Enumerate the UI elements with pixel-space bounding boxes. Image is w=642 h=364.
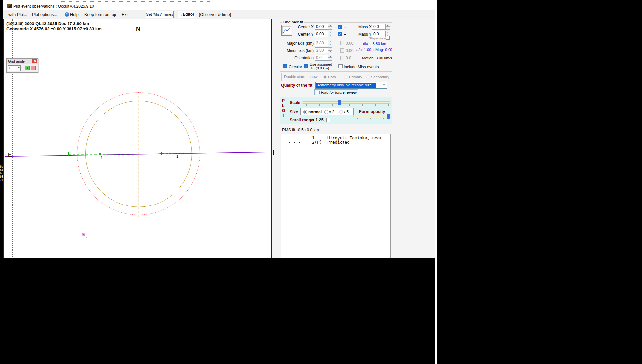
shape-model-checkbox[interactable] — [386, 36, 390, 40]
background-window-sliver — [3, 0, 435, 3]
menu-with-plot[interactable]: with Plot... — [8, 12, 27, 17]
spinner-up-icon[interactable]: ▲ — [328, 40, 332, 43]
flag-review-checkbox[interactable] — [316, 91, 320, 94]
minor-axis-alt-checkbox — [340, 48, 344, 53]
size-x2-label: x 2 — [329, 110, 334, 114]
legend-row-name: Predicted — [327, 140, 350, 145]
spinner-down-icon[interactable]: ▼ — [328, 43, 332, 46]
spinner-up-icon[interactable]: ▲ — [328, 55, 332, 58]
chevron-down-icon[interactable]: ▼ — [18, 67, 20, 69]
grid-angle-value: 0 — [9, 66, 11, 70]
edge-fragment: 68 — [0, 175, 3, 179]
orientation-spinner[interactable]: ▲▼ — [328, 55, 332, 61]
size-x2-radio[interactable] — [324, 110, 328, 114]
form-opacity-label: Form opacity — [359, 109, 385, 114]
spinner-up-icon[interactable]: ▲ — [328, 31, 332, 34]
grid-angle-plus-button[interactable]: + — [25, 66, 30, 70]
double-stars-both-label: Both — [328, 75, 336, 79]
spinner-down-icon[interactable]: ▼ — [328, 27, 332, 30]
east-line-end-tick — [273, 150, 274, 155]
mass-y-field[interactable]: 0.0 — [372, 31, 386, 37]
edge-fragment: 66 — [0, 172, 3, 175]
observer-1-line-sample — [284, 138, 309, 138]
mass-x-label: Mass X — [358, 25, 372, 29]
star-number-label: 2 — [85, 235, 87, 239]
major-axis-field[interactable]: 3.80 — [315, 40, 328, 46]
spinner-down-icon[interactable]: ▼ — [328, 50, 332, 53]
scale-slider-track[interactable] — [302, 101, 390, 104]
double-stars-primary-radio — [344, 75, 348, 79]
grid-angle-window: Grid angle ✕ 0 ▼ + − — [6, 58, 38, 73]
spinner-up-icon[interactable]: ▲ — [386, 24, 390, 27]
spinner-up-icon[interactable]: ▲ — [386, 31, 390, 34]
spinner-up-icon[interactable]: ▲ — [328, 47, 332, 50]
center-x-checkbox[interactable] — [338, 25, 342, 29]
spinner-down-icon[interactable]: ▼ — [386, 27, 390, 30]
quality-combobox[interactable]: Astrometry only. No reliable size ▼ — [315, 82, 387, 89]
window-title: Plot event observations : Occult v.4.202… — [13, 4, 94, 9]
plot-letter: L — [282, 103, 284, 108]
size-normal-radio[interactable] — [303, 110, 307, 114]
double-stars-secondary-radio — [366, 75, 370, 79]
set-miss-times-button[interactable]: Set 'Miss' Times — [146, 11, 174, 18]
left-edge-fragments: 6: 64 66 68 7( — [0, 165, 3, 182]
shape-model-label: Shape model — [369, 37, 387, 40]
double-stars-both-radio — [323, 75, 327, 79]
scale-slider-thumb[interactable] — [338, 100, 341, 105]
grid-angle-title: Grid angle — [8, 59, 25, 63]
scroll-range-checkbox[interactable] — [326, 118, 330, 122]
menu-exit[interactable]: Exit — [122, 12, 129, 17]
observer-track-line[interactable] — [5, 152, 271, 157]
major-axis-spinner[interactable]: ▲▼ — [328, 40, 332, 46]
size-options-box: normal x 2 x 5 — [300, 108, 354, 115]
close-icon[interactable]: ✕ — [32, 59, 37, 63]
plot-area: ✳ (191348) 2003 QL42 2025 Dec 17 3.80 km… — [3, 19, 272, 258]
green-chord-marker[interactable] — [99, 153, 101, 155]
legend-row[interactable]: 2(P) Predicted — [281, 139, 390, 143]
use-assumed-label-1: Use assumed — [310, 62, 332, 66]
scroll-range-value: x 1.25 — [312, 118, 324, 122]
edge-fragment: 6: — [0, 165, 3, 169]
observer-time-button[interactable]: {Observer & time} — [199, 12, 231, 17]
minor-axis-spinner[interactable]: ▲▼ — [328, 47, 332, 53]
grid-angle-minus-button[interactable]: − — [31, 66, 36, 70]
spinner-down-icon[interactable]: ▼ — [328, 34, 332, 37]
chevron-down-icon[interactable]: ▼ — [383, 84, 385, 87]
menu-help[interactable]: Help — [70, 12, 79, 17]
opacity-slider-thumb[interactable] — [387, 114, 390, 119]
major-axis-alt-checkbox — [340, 41, 344, 45]
center-y-field[interactable]: 0.00 — [315, 31, 328, 37]
help-icon[interactable]: ? — [65, 12, 69, 17]
editor-button[interactable]: →Editor — [178, 11, 195, 18]
mass-x-field[interactable]: 0.0 — [372, 24, 386, 30]
ab-dmag-info-text: a/b: 1.00, dMag: 0.00 — [356, 48, 392, 52]
minor-axis-field[interactable]: 3.80 — [315, 47, 328, 53]
menu-keep-on-top[interactable]: Keep form on top — [84, 12, 116, 17]
size-x5-radio[interactable] — [339, 110, 343, 114]
spinner-down-icon[interactable]: ▼ — [328, 58, 332, 61]
chords-overlay: ✳ — [4, 19, 271, 258]
center-x-spinner[interactable]: ▲▼ — [328, 24, 332, 30]
opacity-slider-ticks — [353, 118, 390, 119]
edge-fragment: 64 — [0, 169, 3, 172]
legend-row[interactable]: 1 Hiroyuki Tomioka, near — [281, 134, 390, 139]
major-axis-label: Major axis (km) — [285, 41, 314, 46]
menu-plot-options[interactable]: Plot options... — [32, 12, 57, 17]
use-assumed-label-2: dia (3.8 km) — [310, 66, 329, 70]
include-miss-checkbox[interactable] — [338, 64, 343, 68]
use-assumed-dia-checkbox[interactable] — [304, 64, 308, 68]
center-x-label: Center X — [291, 25, 314, 29]
minor-axis-label: Minor axis (km) — [285, 48, 314, 53]
opacity-slider-track[interactable] — [353, 115, 390, 117]
mass-x-spinner[interactable]: ▲▼ — [386, 24, 390, 30]
grid-angle-dropdown[interactable]: 0 ▼ — [8, 65, 21, 71]
center-y-spinner[interactable]: ▲▼ — [328, 31, 332, 37]
center-x-field[interactable]: 0.00 — [315, 24, 328, 30]
center-y-checkbox[interactable] — [338, 32, 342, 36]
fit-chart-button[interactable] — [281, 25, 292, 36]
help-glyph: ? — [66, 13, 68, 16]
spinner-up-icon[interactable]: ▲ — [328, 24, 332, 27]
orientation-field[interactable]: 0.0 — [315, 55, 328, 61]
circular-checkbox[interactable] — [283, 64, 287, 68]
orientation-alt-checkbox — [340, 56, 344, 60]
